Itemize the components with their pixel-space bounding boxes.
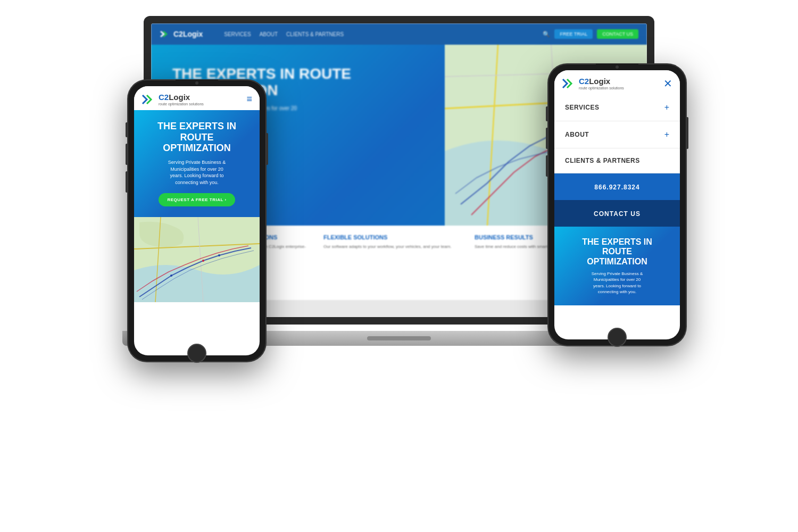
svg-point-11 — [218, 254, 220, 256]
phone-left-mute-btn — [126, 122, 128, 137]
phone-left-logo-text-wrap: C2Logix route optimization solutions — [159, 93, 204, 106]
phone-right-logo: C2Logix route optimization solutions — [562, 77, 624, 90]
phone-left-header: C2Logix route optimization solutions ≡ — [134, 86, 260, 110]
menu-services-plus: + — [664, 103, 669, 112]
menu-phone-number-bar[interactable]: 866.927.8324 — [554, 173, 680, 200]
menu-contact-label: CONTACT US — [594, 210, 641, 218]
hamburger-icon[interactable]: ≡ — [246, 94, 252, 105]
laptop-free-trial-btn[interactable]: FREE TRIAL — [554, 29, 593, 39]
phone-left-home-btn[interactable] — [187, 344, 206, 363]
laptop-logo: C2Logix — [160, 29, 203, 39]
phone-right-menu: SERVICES + ABOUT + CLIENTS & PARTNERS 86… — [554, 94, 680, 227]
phone-left-body: C2Logix route optimization solutions ≡ T… — [128, 80, 266, 362]
menu-about-plus: + — [664, 130, 669, 139]
phone-left-logo-name: C2Logix — [159, 93, 204, 102]
phone-right-logo-text-wrap: C2Logix route optimization solutions — [579, 77, 624, 90]
phone-right-screen: C2Logix route optimization solutions ✕ S… — [554, 70, 680, 339]
menu-contact-bar[interactable]: CONTACT US — [554, 200, 680, 227]
laptop-contact-btn[interactable]: CONTACT US — [597, 29, 638, 39]
laptop-content-col-2: FLEXIBLE SOLUTIONS Our software adapts t… — [323, 234, 475, 292]
menu-about-label: ABOUT — [565, 131, 589, 138]
close-menu-icon[interactable]: ✕ — [663, 77, 672, 90]
phone-left-vol-down-btn — [126, 171, 128, 193]
phone-right: C2Logix route optimization solutions ✕ S… — [548, 64, 686, 346]
phone-left-cta-btn[interactable]: REQUEST A FREE TRIAL › — [159, 193, 235, 206]
phone-left-logo-icon — [142, 93, 156, 106]
laptop-nav-services[interactable]: SERVICES — [224, 31, 251, 37]
menu-item-services[interactable]: SERVICES + — [554, 94, 680, 121]
laptop-search-icon[interactable]: 🔍 — [543, 31, 550, 38]
phone-right-mute-btn — [546, 106, 548, 121]
menu-services-label: SERVICES — [565, 104, 599, 111]
svg-point-9 — [170, 275, 172, 277]
phone-right-camera — [616, 65, 619, 69]
phone-right-header: C2Logix route optimization solutions ✕ — [554, 70, 680, 94]
phone-right-body: C2Logix route optimization solutions ✕ S… — [548, 64, 686, 346]
phone-left-logo: C2Logix route optimization solutions — [142, 93, 204, 106]
phone-right-logo-tagline: route optimization solutions — [579, 86, 624, 90]
phone-right-logo-name: C2Logix — [579, 77, 624, 86]
phone-left-hero-title: THE EXPERTS INROUTEOPTIMIZATION — [143, 121, 251, 154]
scene: C2Logix SERVICES ABOUT CLIENTS & PARTNER… — [0, 0, 798, 532]
laptop-nav-about[interactable]: ABOUT — [260, 31, 278, 37]
phone-right-hero-title: THE EXPERTS INROUTEOPTIMIZATION — [563, 237, 671, 267]
svg-point-10 — [202, 260, 204, 262]
phone-left: C2Logix route optimization solutions ≡ T… — [128, 80, 266, 362]
phone-right-home-btn[interactable] — [608, 328, 627, 347]
phone-left-logo-tagline: route optimization solutions — [159, 102, 204, 106]
phone-left-top-bar — [176, 80, 218, 86]
laptop-nav-clients[interactable]: CLIENTS & PARTNERS — [286, 31, 344, 37]
menu-item-about[interactable]: ABOUT + — [554, 121, 680, 148]
menu-phone-number: 866.927.8324 — [594, 184, 639, 191]
phone-right-hero-subtitle: Serving Private Business &Municipalities… — [563, 271, 671, 295]
phone-right-top-bar — [596, 64, 638, 70]
phone-right-vol-down-btn — [546, 155, 548, 177]
laptop-col2-title: FLEXIBLE SOLUTIONS — [323, 234, 464, 240]
phone-left-map-svg — [134, 217, 260, 302]
phone-right-power-btn — [686, 117, 688, 149]
phone-right-vol-up-btn — [546, 128, 548, 149]
phone-left-map — [134, 217, 260, 302]
c2logix-logo-icon — [160, 29, 171, 39]
menu-item-clients[interactable]: CLIENTS & PARTNERS — [554, 148, 680, 173]
phone-left-screen: C2Logix route optimization solutions ≡ T… — [134, 86, 260, 355]
laptop-nav-right: 🔍 FREE TRIAL CONTACT US — [543, 29, 638, 39]
phone-right-hero: THE EXPERTS INROUTEOPTIMIZATION Serving … — [554, 227, 680, 305]
laptop-nav-links: SERVICES ABOUT CLIENTS & PARTNERS — [224, 31, 344, 37]
phone-left-hero-subtitle: Serving Private Business &Municipalities… — [143, 159, 251, 186]
menu-clients-label: CLIENTS & PARTNERS — [565, 157, 640, 164]
phone-left-vol-up-btn — [126, 144, 128, 165]
phone-right-logo-icon — [562, 77, 577, 90]
phone-left-camera — [195, 81, 198, 85]
phone-left-hero: THE EXPERTS INROUTEOPTIMIZATION Serving … — [134, 110, 260, 217]
phone-left-power-btn — [266, 133, 268, 165]
laptop-col2-text: Our software adapts to your workflow, yo… — [323, 244, 464, 250]
laptop-logo-text: C2Logix — [173, 30, 203, 38]
laptop-nav: C2Logix SERVICES ABOUT CLIENTS & PARTNER… — [151, 23, 647, 45]
